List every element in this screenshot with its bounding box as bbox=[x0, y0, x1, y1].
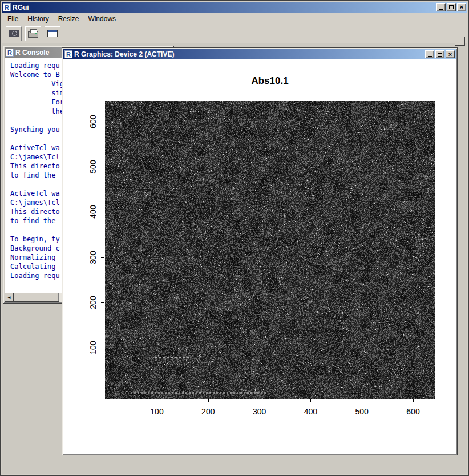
toolbar-window-button[interactable] bbox=[45, 26, 60, 41]
scroll-thumb[interactable] bbox=[14, 293, 59, 302]
toolbar-camera-button[interactable] bbox=[6, 26, 22, 41]
menu-item-file[interactable]: File bbox=[3, 13, 23, 25]
x-axis-tick bbox=[310, 399, 311, 402]
y-axis-tick bbox=[101, 212, 104, 212]
mdi-area: R R Console × Loading requWelcome to B V… bbox=[2, 43, 467, 474]
r-logo-icon: R bbox=[64, 50, 72, 58]
x-axis-label: 100 bbox=[143, 407, 171, 416]
y-axis-tick bbox=[101, 348, 104, 348]
microarray-image bbox=[105, 101, 435, 399]
rgui-window: R RGui × File History Resize Windows R R… bbox=[0, 0, 469, 476]
mdi-corner-button[interactable] bbox=[455, 37, 465, 46]
maximize-icon bbox=[449, 5, 454, 9]
y-axis-label: 500 bbox=[88, 155, 98, 178]
plot-region: Abs10.1 10020030040050060010020030040050… bbox=[63, 59, 456, 454]
y-axis-label: 200 bbox=[88, 291, 98, 314]
x-axis-label: 400 bbox=[296, 407, 325, 416]
graphics-titlebar[interactable]: R R Graphics: Device 2 (ACTIVE) × bbox=[63, 49, 456, 59]
minimize-icon bbox=[439, 9, 443, 10]
x-axis-label: 300 bbox=[245, 407, 274, 416]
x-axis-label: 500 bbox=[347, 407, 376, 416]
camera-icon bbox=[9, 30, 19, 37]
menubar: File History Resize Windows bbox=[2, 13, 467, 25]
scroll-left-button[interactable]: ◄ bbox=[5, 293, 14, 302]
menu-item-windows[interactable]: Windows bbox=[83, 13, 120, 25]
y-axis-tick bbox=[101, 302, 104, 303]
minimize-icon bbox=[428, 56, 432, 57]
r-logo-icon: R bbox=[6, 49, 14, 57]
y-axis-tick bbox=[101, 122, 104, 122]
menu-item-resize[interactable]: Resize bbox=[54, 13, 84, 25]
plot-title: Abs10.1 bbox=[105, 75, 435, 87]
graphics-close-button[interactable]: × bbox=[446, 50, 455, 58]
x-axis-label: 600 bbox=[399, 407, 427, 416]
maximize-button[interactable] bbox=[447, 3, 456, 11]
main-titlebar[interactable]: R RGui × bbox=[2, 2, 467, 13]
graphics-title: R Graphics: Device 2 (ACTIVE) bbox=[74, 50, 423, 58]
x-axis-tick bbox=[208, 399, 209, 402]
y-axis-label: 400 bbox=[88, 200, 98, 223]
y-axis-label: 300 bbox=[88, 246, 98, 269]
x-axis-label: 200 bbox=[194, 407, 223, 416]
graphics-maximize-button[interactable] bbox=[435, 50, 444, 58]
toolbar-print-button[interactable] bbox=[25, 26, 41, 41]
r-logo-icon: R bbox=[3, 3, 11, 11]
maximize-icon bbox=[438, 53, 442, 57]
close-button[interactable]: × bbox=[457, 3, 466, 11]
minimize-button[interactable] bbox=[436, 3, 446, 11]
graphics-minimize-button[interactable] bbox=[425, 50, 434, 58]
y-axis-tick bbox=[101, 167, 104, 167]
x-axis-tick bbox=[260, 399, 260, 402]
x-axis-tick bbox=[413, 399, 414, 402]
y-axis-label: 100 bbox=[88, 336, 98, 359]
x-axis-tick bbox=[362, 399, 362, 402]
toolbar bbox=[2, 25, 467, 42]
x-axis-tick bbox=[157, 399, 157, 402]
window-icon bbox=[47, 30, 58, 37]
menu-item-history[interactable]: History bbox=[23, 13, 53, 25]
printer-icon bbox=[28, 31, 38, 38]
y-axis-tick bbox=[101, 257, 104, 258]
y-axis-label: 600 bbox=[88, 110, 98, 133]
window-title: RGui bbox=[13, 3, 435, 11]
r-graphics-window[interactable]: R R Graphics: Device 2 (ACTIVE) × Abs10.… bbox=[62, 47, 458, 455]
